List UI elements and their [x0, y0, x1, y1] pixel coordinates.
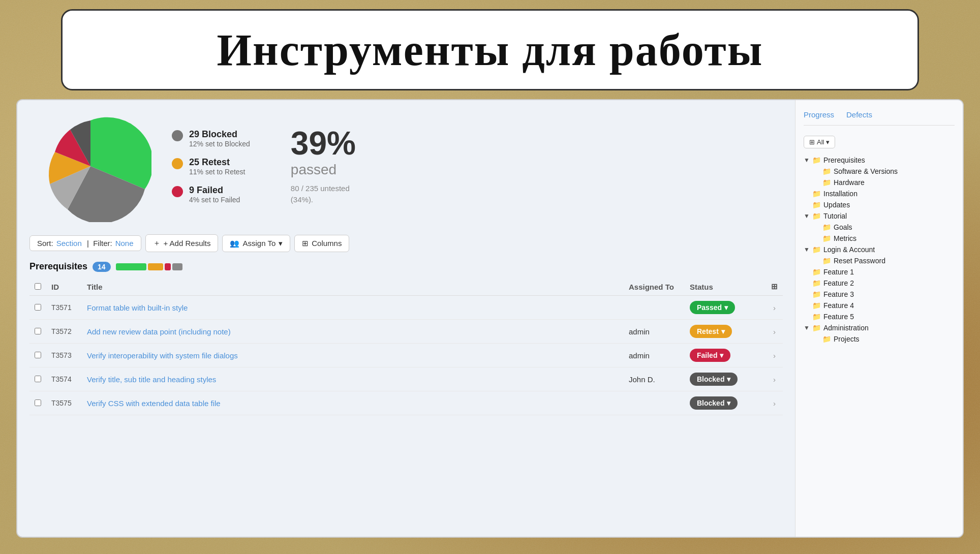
tree-item[interactable]: ▼ 📁 Login & Account [804, 244, 955, 255]
tree-item-label: Login & Account [823, 245, 875, 254]
row-arrow[interactable]: › [766, 344, 783, 367]
page-title: Инструменты для работы [217, 24, 763, 76]
tree-item-label: Reset Password [834, 257, 885, 265]
folder-icon: 📁 [812, 301, 821, 310]
tree-item-label: Updates [823, 201, 850, 209]
tree-item-label: Prerequisites [823, 156, 865, 164]
col-status: Status [685, 278, 766, 296]
col-assigned: Assigned To [624, 278, 685, 296]
row-checkbox[interactable] [35, 304, 41, 311]
row-checkbox[interactable] [35, 328, 41, 334]
tree-item[interactable]: ▼ 📁 Administration [804, 322, 955, 333]
row-arrow[interactable]: › [766, 296, 783, 320]
status-chevron-icon: ▾ [721, 327, 725, 335]
tree-item-label: Hardware [834, 178, 865, 187]
select-all-checkbox[interactable] [35, 283, 41, 290]
blocked-pct: 12% set to Blocked [189, 140, 250, 148]
tree-items: ▼ 📁 Prerequisites 📁 Software & Versions … [804, 155, 955, 345]
status-badge[interactable]: Passed ▾ [690, 301, 735, 314]
failed-count: 9 Failed [189, 185, 240, 196]
filter-value[interactable]: None [115, 239, 134, 248]
col-options: ⊞ [766, 278, 783, 296]
tree-item[interactable]: 📁 Metrics [804, 233, 955, 244]
col-id: ID [46, 278, 82, 296]
folder-icon: 📁 [822, 178, 831, 187]
tree-toolbar: ⊞ All ▾ [804, 136, 955, 148]
row-id: T3574 [46, 367, 82, 391]
tree-item[interactable]: 📁 Goals [804, 222, 955, 233]
sort-filter-box[interactable]: Sort: Section | Filter: None [29, 235, 141, 251]
row-assigned [624, 391, 685, 415]
sidebar-progress-link[interactable]: Progress [804, 110, 834, 119]
tree-all-button[interactable]: ⊞ All ▾ [804, 136, 835, 148]
folder-icon: 📁 [812, 190, 821, 198]
left-content: 29 Blocked 12% set to Blocked 25 Retest … [17, 100, 795, 537]
folder-icon: 📁 [812, 324, 821, 332]
tree-item[interactable]: ▼ 📁 Tutorial [804, 210, 955, 222]
tree-item[interactable]: ▼ 📁 Prerequisites [804, 155, 955, 166]
tree-item[interactable]: 📁 Reset Password [804, 255, 955, 266]
retest-dot [172, 158, 183, 169]
tree-expand-icon: ▼ [804, 324, 810, 331]
tree-item[interactable]: 📁 Feature 5 [804, 311, 955, 322]
progress-bar-red [165, 263, 171, 270]
status-chevron-icon: ▾ [724, 303, 728, 312]
row-checkbox[interactable] [35, 352, 41, 358]
tree-item-label: Software & Versions [834, 167, 898, 175]
blocked-dot [172, 130, 183, 141]
passed-label: passed [291, 162, 356, 178]
tree-expand-icon: ▼ [804, 246, 810, 253]
tree-item-label: Installation [823, 190, 858, 198]
status-badge[interactable]: Retest ▾ [690, 325, 732, 338]
legend-item-failed: 9 Failed 4% set to Failed [172, 185, 250, 204]
tree-item-label: Metrics [834, 234, 856, 242]
row-checkbox[interactable] [35, 376, 41, 382]
folder-icon: 📁 [812, 313, 821, 321]
sidebar-defects-link[interactable]: Defects [846, 110, 872, 119]
row-title[interactable]: Format table with built-in style [82, 296, 624, 320]
tree-item[interactable]: 📁 Feature 4 [804, 300, 955, 311]
status-chevron-icon: ▾ [720, 351, 723, 359]
add-results-button[interactable]: ＋ + Add Results [145, 234, 219, 252]
row-title[interactable]: Verify title, sub title and heading styl… [82, 367, 624, 391]
row-status: Passed ▾ [685, 296, 766, 320]
col-title: Title [82, 278, 624, 296]
row-id: T3573 [46, 344, 82, 367]
tree-expand-icon: ▼ [804, 157, 810, 164]
assign-chevron-icon: ▾ [279, 239, 283, 248]
tree-item[interactable]: 📁 Hardware [804, 177, 955, 188]
tree-item[interactable]: 📁 Updates [804, 199, 955, 210]
row-title[interactable]: Verify CSS with extended data table file [82, 391, 624, 415]
assign-to-button[interactable]: 👥 Assign To ▾ [222, 235, 290, 252]
tree-item-label: Feature 4 [823, 301, 854, 310]
columns-button[interactable]: ⊞ Columns [294, 235, 349, 252]
table-row: T3575 Verify CSS with extended data tabl… [29, 391, 783, 415]
passed-percentage: 39% [291, 127, 356, 160]
tree-item[interactable]: 📁 Feature 3 [804, 289, 955, 300]
row-checkbox[interactable] [35, 399, 41, 406]
legend-item-retest: 25 Retest 11% set to Retest [172, 157, 250, 176]
table-row: T3572 Add new review data point (includi… [29, 320, 783, 344]
folder-icon: 📁 [812, 245, 821, 254]
row-title[interactable]: Add new review data point (including not… [82, 320, 624, 344]
tree-item[interactable]: 📁 Projects [804, 333, 955, 345]
tree-item[interactable]: 📁 Feature 1 [804, 266, 955, 278]
status-badge[interactable]: Blocked ▾ [690, 396, 738, 410]
sort-value[interactable]: Section [56, 239, 82, 248]
status-badge[interactable]: Failed ▾ [690, 349, 730, 362]
tree-item[interactable]: 📁 Software & Versions [804, 166, 955, 177]
tree-item[interactable]: 📁 Feature 2 [804, 278, 955, 289]
tree-item[interactable]: 📁 Installation [804, 188, 955, 199]
right-sidebar: Progress Defects ⊞ All ▾ ▼ 📁 Prerequisit… [795, 100, 963, 537]
row-arrow[interactable]: › [766, 367, 783, 391]
tree-all-label: All [817, 138, 824, 146]
row-status: Blocked ▾ [685, 367, 766, 391]
status-badge[interactable]: Blocked ▾ [690, 373, 738, 386]
tree-item-label: Feature 5 [823, 313, 854, 321]
row-arrow[interactable]: › [766, 320, 783, 344]
folder-icon: 📁 [812, 290, 821, 298]
tree-item-label: Feature 1 [823, 268, 854, 276]
row-arrow[interactable]: › [766, 391, 783, 415]
row-id: T3572 [46, 320, 82, 344]
row-title[interactable]: Verify interoperability with system file… [82, 344, 624, 367]
